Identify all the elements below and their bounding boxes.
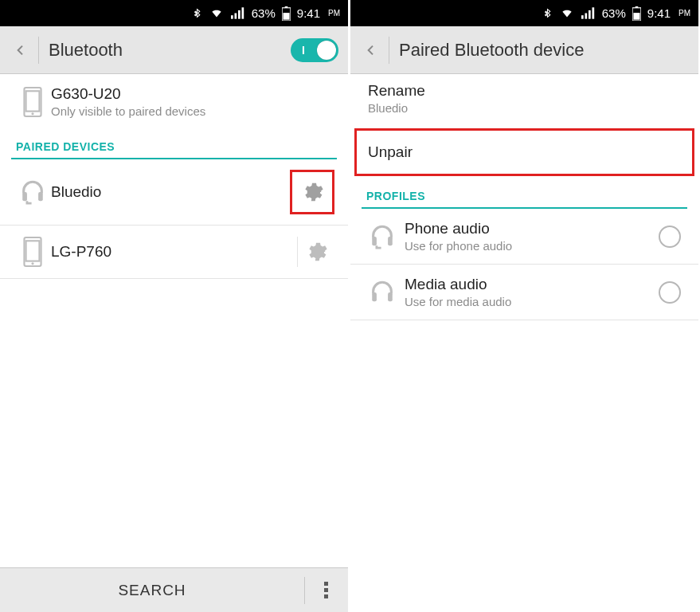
svg-rect-16 [324, 588, 328, 592]
paired-device-bluedio[interactable]: Bluedio [0, 159, 348, 226]
profile-sub: Use for phone audio [405, 239, 659, 253]
svg-rect-21 [592, 7, 594, 18]
this-device-row[interactable]: G630-U20 Only visible to paired devices [0, 74, 348, 129]
signal-icon [581, 7, 596, 19]
rename-label: Rename [368, 82, 682, 100]
svg-rect-19 [585, 14, 587, 19]
svg-rect-8 [26, 91, 40, 111]
profile-media-audio[interactable]: Media audio Use for media audio [350, 265, 698, 320]
svg-rect-26 [388, 237, 393, 245]
device-settings-button[interactable] [297, 237, 334, 267]
svg-rect-27 [372, 292, 377, 301]
overflow-menu-button[interactable] [305, 582, 348, 599]
svg-point-14 [31, 262, 33, 265]
svg-rect-0 [231, 15, 233, 19]
phone-icon [14, 237, 51, 267]
status-bar: 63% 9:41 PM [350, 0, 698, 26]
headset-icon [14, 178, 51, 206]
clock-pm: PM [328, 9, 340, 18]
left-screen: 63% 9:41 PM Bluetooth I G630-U20 Only vi… [0, 0, 348, 612]
paired-devices-label: PAIRED DEVICES [0, 129, 348, 158]
svg-rect-17 [324, 594, 328, 598]
rename-row[interactable]: Rename Bluedio [350, 74, 698, 124]
battery-icon [632, 6, 641, 21]
profile-radio[interactable] [659, 281, 681, 304]
bottom-bar: SEARCH [0, 567, 348, 612]
profile-sub: Use for media audio [405, 295, 659, 308]
svg-rect-2 [238, 10, 241, 19]
battery-text: 63% [602, 6, 626, 20]
signal-icon [231, 7, 245, 19]
svg-rect-11 [38, 192, 43, 201]
rename-value: Bluedio [368, 101, 682, 115]
profile-title: Phone audio [405, 220, 659, 237]
svg-rect-10 [22, 192, 27, 201]
page-title: Paired Bluetooth device [399, 40, 689, 61]
headset-icon [360, 223, 405, 250]
battery-text: 63% [252, 6, 276, 20]
right-screen: 63% 9:41 PM Paired Bluetooth device Rena… [350, 0, 698, 612]
paired-device-lg[interactable]: LG-P760 [0, 226, 348, 279]
svg-rect-20 [589, 10, 591, 19]
clock-text: 9:41 [647, 6, 671, 20]
top-bar: Paired Bluetooth device [350, 26, 698, 74]
svg-rect-15 [324, 582, 328, 586]
this-device-sub: Only visible to paired devices [51, 104, 334, 118]
top-bar: Bluetooth I [0, 26, 348, 74]
wifi-icon [559, 7, 575, 19]
this-device-name: G630-U20 [51, 85, 334, 103]
profiles-label: PROFILES [350, 175, 698, 207]
svg-rect-18 [581, 15, 584, 19]
bluetooth-icon [192, 6, 202, 21]
svg-rect-25 [372, 237, 377, 245]
phone-icon [14, 87, 51, 117]
status-bar: 63% 9:41 PM [0, 0, 348, 26]
device-name: LG-P760 [51, 243, 297, 261]
svg-rect-6 [284, 6, 287, 8]
svg-rect-23 [633, 13, 639, 20]
svg-rect-13 [26, 241, 40, 261]
headphones-icon [360, 279, 405, 306]
svg-rect-24 [635, 6, 638, 8]
back-button[interactable] [360, 41, 382, 60]
svg-point-9 [31, 112, 33, 115]
svg-rect-3 [241, 7, 244, 18]
page-title: Bluetooth [49, 40, 291, 61]
wifi-icon [209, 7, 225, 19]
profile-title: Media audio [405, 276, 659, 293]
divider [38, 37, 39, 64]
back-button[interactable] [10, 41, 32, 60]
search-button[interactable]: SEARCH [0, 582, 304, 599]
device-settings-button[interactable] [291, 171, 334, 214]
battery-icon [282, 6, 291, 21]
unpair-row[interactable]: Unpair [355, 129, 694, 175]
clock-pm: PM [678, 9, 690, 18]
svg-rect-5 [283, 13, 289, 20]
bluetooth-icon [542, 6, 553, 21]
device-name: Bluedio [51, 183, 291, 201]
clock-text: 9:41 [297, 6, 320, 20]
svg-rect-1 [234, 14, 237, 19]
svg-rect-28 [388, 292, 393, 301]
unpair-label: Unpair [368, 143, 681, 161]
content: G630-U20 Only visible to paired devices … [0, 74, 348, 567]
divider [389, 37, 389, 64]
content: Rename Bluedio Unpair PROFILES Phone aud… [350, 74, 698, 612]
profile-phone-audio[interactable]: Phone audio Use for phone audio [350, 209, 698, 265]
bluetooth-toggle[interactable]: I [291, 38, 338, 62]
profile-radio[interactable] [659, 226, 681, 248]
